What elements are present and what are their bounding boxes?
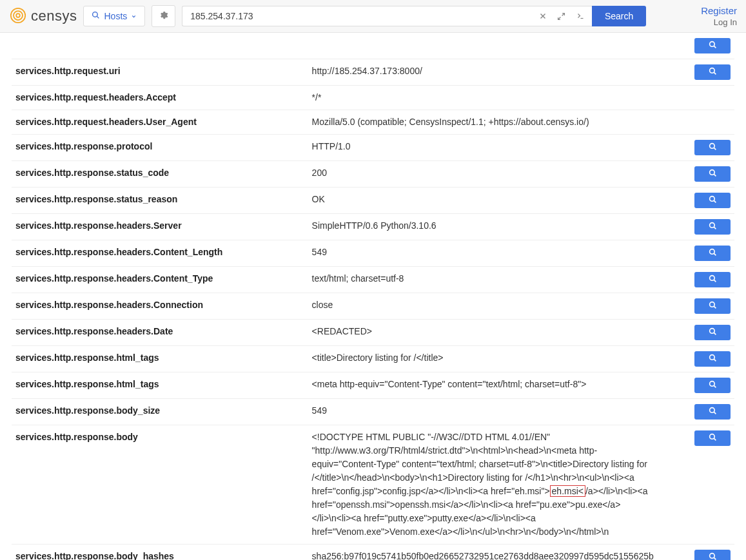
field-key: services.http.response.headers.Content_L… — [12, 240, 308, 267]
table-row: services.http.response.headers.ServerSim… — [12, 214, 734, 240]
svg-point-34 — [709, 408, 714, 413]
table-row: services.http.response.body_size549 — [12, 399, 734, 425]
svg-line-21 — [714, 227, 716, 229]
gear-icon — [159, 10, 168, 22]
field-key: services.http.response.body_size — [12, 399, 308, 425]
clear-icon[interactable] — [539, 12, 547, 20]
svg-point-12 — [709, 68, 714, 73]
field-key: services.http.response.headers.Server — [12, 214, 308, 240]
account-links: Register Log In — [688, 5, 737, 27]
logo-icon — [9, 6, 27, 26]
field-value: <REDACTED> — [308, 320, 662, 346]
svg-point-36 — [709, 434, 714, 439]
field-key: services.http.response.headers.Connectio… — [12, 293, 308, 320]
svg-line-31 — [714, 359, 716, 361]
field-key: services.http.response.status_reason — [12, 188, 308, 214]
table-row: services.http.response.headers.Connectio… — [12, 293, 734, 320]
table-row: services.http.response.status_code200 — [12, 161, 734, 188]
svg-line-25 — [714, 280, 716, 282]
query-button[interactable] — [694, 140, 731, 155]
svg-point-14 — [709, 144, 714, 149]
svg-point-1 — [14, 11, 23, 20]
search-group: Search — [182, 6, 646, 26]
field-key: services.http.response.body — [12, 425, 308, 545]
table-row: services.http.request.headers.Accept*/* — [12, 86, 734, 110]
table-row: services.http.response.body_hashessha256… — [12, 545, 734, 561]
data-table: services.http.request.urihttp://185.254.… — [12, 33, 734, 560]
query-button[interactable] — [694, 550, 731, 560]
search-icon — [709, 195, 717, 206]
svg-line-13 — [714, 72, 716, 74]
field-value: Mozilla/5.0 (compatible; CensysInspect/1… — [308, 110, 662, 135]
field-key: services.http.response.html_tags — [12, 372, 308, 399]
svg-point-3 — [93, 12, 98, 17]
field-key: services.http.request.uri — [12, 59, 308, 86]
search-tool-icons — [533, 6, 592, 26]
field-value: close — [308, 293, 662, 320]
search-icon — [709, 222, 717, 232]
svg-point-20 — [709, 223, 714, 228]
search-icon — [709, 275, 717, 285]
svg-point-26 — [709, 302, 714, 307]
field-value: text/html; charset=utf-8 — [308, 267, 662, 293]
query-button[interactable] — [694, 325, 731, 340]
search-icon — [709, 169, 717, 179]
query-button[interactable] — [694, 38, 731, 53]
search-input[interactable] — [182, 6, 533, 26]
svg-line-29 — [714, 333, 716, 334]
search-icon — [709, 301, 717, 311]
chevron-down-icon — [131, 11, 137, 21]
search-icon — [709, 380, 717, 391]
table-row: services.http.response.html_tags<title>D… — [12, 346, 734, 372]
table-row: services.http.response.headers.Content_T… — [12, 267, 734, 293]
search-icon — [709, 248, 717, 258]
settings-button[interactable] — [152, 5, 175, 27]
table-row: services.http.response.body<!DOCTYPE HTM… — [12, 425, 734, 545]
search-icon — [709, 41, 717, 51]
svg-point-32 — [709, 381, 714, 387]
svg-line-15 — [714, 148, 716, 150]
terminal-icon[interactable] — [576, 12, 585, 20]
register-link[interactable]: Register — [701, 5, 737, 16]
content-area: services.http.request.urihttp://185.254.… — [0, 33, 746, 560]
field-key: services.http.request.headers.Accept — [12, 86, 308, 110]
hosts-label: Hosts — [104, 11, 127, 21]
table-row: services.http.response.headers.Date<REDA… — [12, 320, 734, 346]
query-button[interactable] — [694, 193, 731, 208]
query-button[interactable] — [694, 430, 731, 446]
query-button[interactable] — [694, 404, 731, 420]
field-value: <title>Directory listing for /</title> — [308, 346, 662, 372]
search-icon — [709, 67, 717, 77]
field-value: 200 — [308, 161, 662, 188]
search-icon — [709, 407, 717, 417]
query-button[interactable] — [694, 246, 731, 261]
field-value: sha256:b97f019c5741b50fb0ed26652732951ce… — [308, 545, 662, 561]
query-button[interactable] — [694, 298, 731, 314]
field-value: */* — [308, 86, 662, 110]
search-button[interactable]: Search — [592, 6, 646, 26]
hosts-dropdown[interactable]: Hosts — [83, 6, 145, 26]
svg-point-22 — [709, 249, 714, 255]
query-button[interactable] — [694, 272, 731, 287]
brand-text: censys — [31, 8, 77, 24]
svg-line-17 — [714, 174, 716, 176]
svg-line-19 — [714, 200, 716, 202]
login-link[interactable]: Log In — [714, 17, 737, 27]
svg-point-30 — [709, 355, 714, 360]
field-value: <!DOCTYPE HTML PUBLIC "-//W3C//DTD HTML … — [308, 425, 662, 545]
field-key: services.http.response.headers.Date — [12, 320, 308, 346]
expand-icon[interactable] — [557, 12, 565, 21]
query-button[interactable] — [694, 219, 731, 235]
svg-line-23 — [714, 253, 716, 255]
query-button[interactable] — [694, 378, 731, 393]
svg-point-10 — [709, 42, 714, 47]
query-button[interactable] — [694, 166, 731, 182]
brand-logo[interactable]: censys — [9, 6, 77, 26]
query-button[interactable] — [694, 64, 731, 80]
field-key: services.http.response.body_hashes — [12, 545, 308, 561]
field-key: services.http.response.html_tags — [12, 346, 308, 372]
svg-point-18 — [709, 197, 714, 202]
query-button[interactable] — [694, 351, 731, 367]
svg-point-16 — [709, 170, 714, 175]
search-icon — [709, 552, 717, 560]
